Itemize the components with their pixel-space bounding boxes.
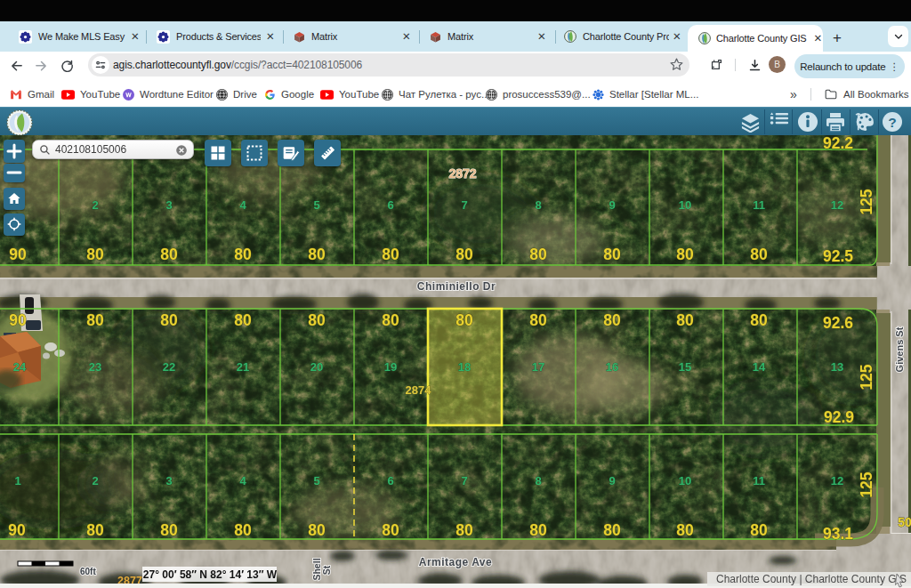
svg-text:80: 80 <box>308 521 326 539</box>
svg-text:90: 90 <box>8 521 26 539</box>
svg-text:2: 2 <box>92 198 98 212</box>
svg-text:9: 9 <box>609 198 615 212</box>
svg-text:2872: 2872 <box>448 166 476 181</box>
svg-text:3: 3 <box>165 198 172 212</box>
svg-text:11: 11 <box>753 198 765 212</box>
svg-text:7: 7 <box>461 198 467 212</box>
svg-text:8: 8 <box>535 474 541 487</box>
svg-text:80: 80 <box>750 246 768 263</box>
svg-text:18: 18 <box>458 360 471 374</box>
svg-text:60ft: 60ft <box>80 567 96 576</box>
svg-text:2874: 2874 <box>406 383 432 397</box>
svg-text:125: 125 <box>858 364 875 390</box>
svg-text:15: 15 <box>679 360 691 374</box>
svg-text:80: 80 <box>234 311 252 329</box>
svg-text:4: 4 <box>239 198 246 212</box>
svg-text:80: 80 <box>750 521 768 539</box>
svg-text:80: 80 <box>382 311 399 329</box>
svg-text:4: 4 <box>239 474 246 487</box>
svg-text:80: 80 <box>234 521 252 539</box>
svg-text:125: 125 <box>858 471 875 497</box>
svg-text:17: 17 <box>532 360 544 374</box>
svg-text:22: 22 <box>163 360 175 374</box>
svg-text:?: ? <box>888 115 896 130</box>
svg-text:7: 7 <box>461 474 467 487</box>
svg-text:92.6: 92.6 <box>823 314 853 332</box>
svg-text:80: 80 <box>676 246 694 263</box>
svg-text:19: 19 <box>384 360 397 374</box>
svg-text:27° 00′ 58″ N 82° 14′ 13″ W: 27° 00′ 58″ N 82° 14′ 13″ W <box>143 568 278 581</box>
svg-text:Armitage Ave: Armitage Ave <box>419 556 492 568</box>
svg-text:Chiminiello Dr: Chiminiello Dr <box>417 280 496 293</box>
svg-text:21: 21 <box>237 360 249 374</box>
svg-text:90: 90 <box>9 311 27 329</box>
svg-text:6: 6 <box>387 198 393 212</box>
svg-text:12: 12 <box>831 474 843 487</box>
svg-text:80: 80 <box>382 521 399 539</box>
svg-text:3: 3 <box>165 474 172 487</box>
svg-text:80: 80 <box>86 521 104 539</box>
svg-text:11: 11 <box>753 474 765 487</box>
svg-text:93.1: 93.1 <box>823 525 853 543</box>
svg-text:80: 80 <box>456 521 473 539</box>
svg-text:92.5: 92.5 <box>823 247 853 265</box>
svg-text:80: 80 <box>603 311 621 329</box>
svg-text:80: 80 <box>529 521 547 539</box>
svg-text:24: 24 <box>13 360 27 374</box>
svg-text:125: 125 <box>858 189 875 214</box>
svg-text:80: 80 <box>160 311 178 329</box>
svg-text:14: 14 <box>753 360 766 374</box>
svg-text:80: 80 <box>382 246 399 263</box>
svg-text:10: 10 <box>679 474 691 487</box>
svg-text:80: 80 <box>529 246 547 263</box>
svg-text:10: 10 <box>679 198 691 212</box>
svg-text:12: 12 <box>831 198 843 212</box>
svg-text:80: 80 <box>160 521 178 539</box>
svg-text:6: 6 <box>387 474 393 487</box>
svg-text:80: 80 <box>603 521 621 539</box>
svg-text:90: 90 <box>9 246 27 263</box>
svg-text:80: 80 <box>750 311 768 329</box>
svg-text:13: 13 <box>831 360 843 374</box>
svg-text:9: 9 <box>609 474 615 487</box>
svg-text:80: 80 <box>529 311 547 329</box>
svg-text:80: 80 <box>86 311 104 329</box>
svg-text:80: 80 <box>160 246 178 263</box>
svg-text:80: 80 <box>603 246 621 263</box>
svg-text:Charlotte County | Charlotte C: Charlotte County | Charlotte County GIS <box>716 573 907 585</box>
svg-text:80: 80 <box>676 311 694 329</box>
svg-text:80: 80 <box>308 246 326 263</box>
svg-text:50: 50 <box>898 515 911 529</box>
svg-text:8: 8 <box>535 198 541 212</box>
svg-text:80: 80 <box>86 246 104 263</box>
svg-text:80: 80 <box>456 311 473 329</box>
svg-text:80: 80 <box>234 246 252 263</box>
svg-text:92.2: 92.2 <box>823 135 853 152</box>
svg-text:Givens St: Givens St <box>894 326 905 372</box>
svg-text:St: St <box>321 565 332 575</box>
svg-text:80: 80 <box>676 521 694 539</box>
svg-text:1: 1 <box>14 474 20 487</box>
svg-text:16: 16 <box>606 360 618 374</box>
svg-text:5: 5 <box>313 474 319 487</box>
svg-text:2: 2 <box>92 474 98 487</box>
svg-text:92.9: 92.9 <box>824 408 854 426</box>
svg-text:80: 80 <box>456 246 473 263</box>
svg-text:5: 5 <box>313 198 319 212</box>
svg-text:80: 80 <box>308 311 326 329</box>
svg-text:20: 20 <box>310 360 323 374</box>
svg-text:23: 23 <box>89 360 101 374</box>
